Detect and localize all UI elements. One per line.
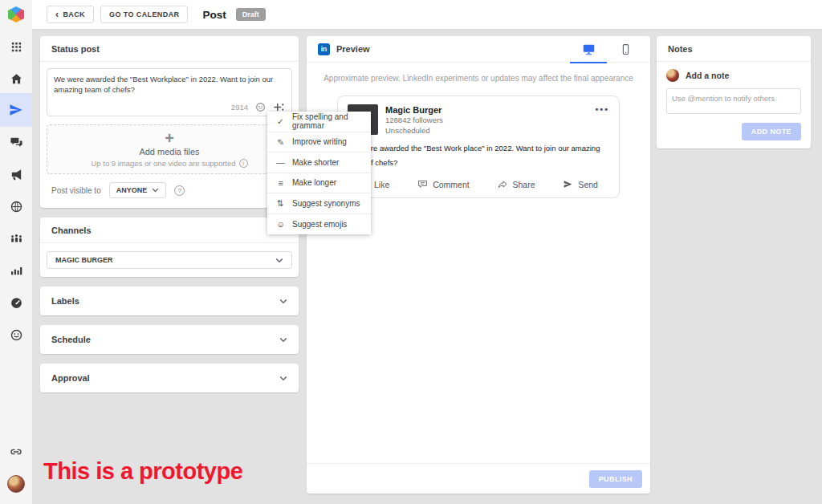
app-sidebar	[0, 0, 32, 504]
preview-author-name: Magic Burger	[385, 104, 443, 116]
app-logo-icon[interactable]	[8, 6, 24, 22]
post-text-editor[interactable]: We were awarded the "Best Workplace" in …	[47, 68, 292, 116]
user-avatar[interactable]	[0, 469, 32, 498]
menu-item-make-shorter[interactable]: — Make shorter	[267, 152, 371, 173]
notes-title: Notes	[657, 36, 811, 62]
note-input[interactable]	[666, 88, 801, 114]
menu-item-fix-spelling[interactable]: ✓ Fix spelling and grammar	[267, 112, 371, 132]
chevron-down-icon	[279, 337, 287, 343]
ai-assistant-menu: ✓ Fix spelling and grammar ✎ Improve wri…	[267, 112, 371, 234]
help-icon[interactable]: ?	[174, 185, 185, 196]
link-icon[interactable]	[0, 437, 32, 466]
visibility-value: ANYONE	[116, 186, 148, 194]
prototype-watermark: This is a prototype	[43, 458, 242, 485]
channel-select[interactable]: MAGIC BURGER	[47, 251, 292, 269]
comment-icon	[417, 179, 428, 189]
add-note-button[interactable]: ADD NOTE	[742, 123, 801, 140]
visibility-label: Post visible to	[51, 186, 101, 195]
approval-section-toggle[interactable]: Approval	[40, 364, 299, 392]
draft-badge: Draft	[236, 8, 266, 21]
linkedin-icon: in	[318, 43, 330, 55]
add-media-label: Add media files	[139, 147, 199, 156]
preview-title: Preview	[336, 44, 370, 54]
audience-icon[interactable]	[0, 224, 32, 253]
post-text-input[interactable]: We were awarded the "Best Workplace" in …	[54, 75, 285, 99]
chevron-down-icon	[279, 376, 287, 381]
awaiting-smiley-icon[interactable]	[0, 320, 32, 349]
menu-item-label: Make shorter	[292, 158, 339, 167]
media-hint-text: Up to 9 images or one video are supporte…	[91, 159, 235, 168]
status-post-title: Status post	[40, 36, 299, 62]
labels-title: Labels	[51, 296, 79, 306]
desktop-icon	[582, 43, 596, 56]
more-options-icon[interactable]: •••	[595, 104, 609, 114]
chat-icon[interactable]	[0, 128, 32, 156]
labels-section-toggle[interactable]: Labels	[40, 287, 299, 315]
back-chevron-icon: ‹	[55, 11, 59, 18]
home-icon[interactable]	[0, 64, 32, 93]
share-arrow-icon	[498, 179, 508, 189]
megaphone-icon[interactable]	[0, 160, 32, 189]
smiley-icon: ☺	[275, 219, 286, 229]
like-label: Like	[374, 180, 389, 189]
publish-button[interactable]: PUBLISH	[589, 470, 642, 488]
lines-icon: ≡	[275, 178, 286, 188]
sidebar-item-publish-active[interactable]	[0, 93, 32, 127]
check-icon: ✓	[275, 116, 286, 126]
preview-follower-count: 128842 followers	[385, 116, 443, 125]
send-plane-icon	[563, 179, 573, 189]
info-icon[interactable]: i	[239, 159, 248, 168]
preview-schedule-status: Unscheduled	[385, 126, 443, 136]
top-bar: ‹ BACK GO TO CALENDAR Post Draft	[32, 0, 822, 29]
apps-grid-icon[interactable]	[0, 32, 32, 61]
menu-item-make-longer[interactable]: ≡ Make longer	[267, 173, 371, 194]
go-to-calendar-button[interactable]: GO TO CALENDAR	[100, 6, 188, 23]
go-to-calendar-label: GO TO CALENDAR	[109, 10, 179, 18]
status-post-card: Status post We were awarded the "Best Wo…	[40, 36, 299, 208]
menu-item-suggest-synonyms[interactable]: ⇅ Suggest synonyms	[267, 193, 371, 214]
plus-icon: +	[165, 131, 174, 145]
tab-mobile-preview[interactable]	[607, 36, 644, 63]
back-button[interactable]: ‹ BACK	[47, 6, 94, 23]
analytics-icon[interactable]	[0, 256, 32, 285]
visibility-select[interactable]: ANYONE	[109, 182, 167, 198]
pencil-icon: ✎	[275, 137, 286, 147]
notes-panel: Notes Add a note ADD NOTE	[657, 36, 811, 148]
sort-arrows-icon: ⇅	[275, 198, 286, 208]
globe-icon[interactable]	[0, 192, 32, 221]
emoji-icon[interactable]	[255, 102, 266, 112]
channels-title: Channels	[40, 217, 299, 243]
schedule-section-toggle[interactable]: Schedule	[40, 325, 299, 354]
send-button[interactable]: Send	[563, 179, 598, 189]
menu-item-label: Suggest synonyms	[292, 199, 360, 208]
add-note-label: Add a note	[686, 71, 729, 80]
preview-disclaimer: Approximate preview. LinkedIn experiment…	[307, 74, 650, 83]
menu-item-label: Fix spelling and grammar	[292, 112, 363, 130]
character-count: 2914	[231, 103, 248, 112]
send-label: Send	[578, 180, 598, 189]
menu-item-suggest-emojis[interactable]: ☺ Suggest emojis	[267, 214, 371, 235]
dashboard-icon[interactable]	[0, 288, 32, 317]
menu-item-label: Make longer	[292, 178, 336, 187]
page-title: Post	[202, 9, 226, 21]
back-button-label: BACK	[63, 10, 85, 18]
share-label: Share	[513, 180, 535, 189]
note-author-avatar	[666, 69, 679, 82]
menu-item-improve-writing[interactable]: ✎ Improve writing	[267, 132, 371, 153]
comment-button[interactable]: Comment	[417, 179, 470, 189]
share-button[interactable]: Share	[498, 179, 535, 189]
comment-label: Comment	[433, 180, 470, 189]
channels-card: Channels MAGIC BURGER	[40, 217, 299, 277]
approval-title: Approval	[51, 373, 90, 383]
menu-item-label: Improve writing	[292, 137, 347, 146]
chevron-down-icon	[275, 258, 283, 263]
add-media-dropzone[interactable]: + Add media files Up to 9 images or one …	[47, 124, 292, 174]
schedule-title: Schedule	[51, 335, 91, 344]
menu-item-label: Suggest emojis	[292, 220, 347, 229]
minus-icon: —	[275, 157, 286, 167]
chevron-down-icon	[152, 188, 159, 193]
tab-desktop-preview[interactable]	[570, 36, 607, 63]
preview-post-text: We were awarded the "Best Work place" in…	[348, 141, 609, 169]
composer-column: Status post We were awarded the "Best Wo…	[40, 36, 299, 392]
preview-panel: in Preview Approximate preview. LinkedIn…	[307, 36, 650, 494]
